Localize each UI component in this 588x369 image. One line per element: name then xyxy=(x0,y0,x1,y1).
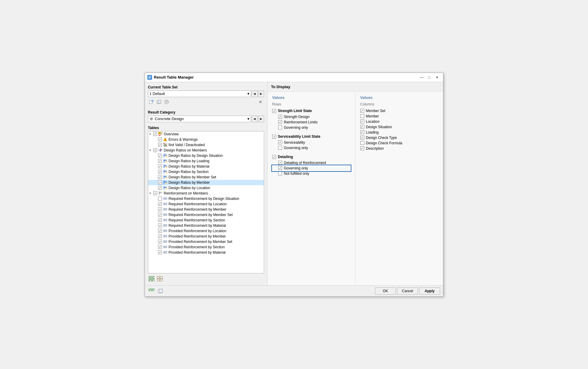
tree-item-checkbox[interactable] xyxy=(158,170,162,174)
copy-table-button[interactable] xyxy=(156,98,163,105)
column-checkbox[interactable] xyxy=(360,109,364,113)
check-item[interactable]: Governing only xyxy=(272,125,350,130)
section-title-row[interactable]: Strength Limit State xyxy=(272,108,350,114)
table-set-next-button[interactable]: ▶ xyxy=(258,91,264,97)
apply-button[interactable]: Apply xyxy=(419,287,440,295)
check-item-checkbox[interactable] xyxy=(278,161,282,165)
category-next-button[interactable]: ▶ xyxy=(258,116,264,122)
column-checkbox[interactable] xyxy=(360,136,364,140)
check-item-checkbox[interactable] xyxy=(278,140,282,144)
tree-item[interactable]: Required Reinforcement by Section xyxy=(148,218,264,223)
tree-item-checkbox[interactable] xyxy=(158,213,162,217)
tree-item[interactable]: Provided Reinforcement by Member xyxy=(148,234,264,239)
tree-item[interactable]: Provided Reinforcement by Member Set xyxy=(148,239,264,244)
column-check-item[interactable]: Member Set xyxy=(360,108,439,114)
tree-item[interactable]: Provided Reinforcement by Location xyxy=(148,228,264,234)
tree-item[interactable]: Design Ratios by Member Set xyxy=(148,174,264,180)
uncheck-all-button[interactable] xyxy=(156,275,163,282)
column-check-item[interactable]: Design Situation xyxy=(360,124,439,130)
result-category-dropdown[interactable]: Concrete Design ▾ xyxy=(148,116,251,122)
check-item-checkbox[interactable] xyxy=(278,166,282,170)
column-checkbox[interactable] xyxy=(360,146,364,150)
tree-item-checkbox[interactable] xyxy=(158,164,162,168)
tree-item-checkbox[interactable] xyxy=(158,159,162,163)
tree-item[interactable]: Provided Reinforcement by Material xyxy=(148,250,264,255)
tree-item-checkbox[interactable] xyxy=(153,191,157,195)
column-check-item[interactable]: Description xyxy=(360,146,439,151)
section-title-row[interactable]: Detailing xyxy=(272,154,350,160)
table-set-prev-button[interactable]: ◀ xyxy=(252,91,258,97)
tree-item[interactable]: Required Reinforcement by Location xyxy=(148,201,264,207)
category-prev-button[interactable]: ◀ xyxy=(252,116,258,122)
column-checkbox[interactable] xyxy=(360,120,364,123)
new-table-button[interactable]: ⊞ xyxy=(148,98,155,105)
column-checkbox[interactable] xyxy=(360,130,364,134)
tree-item-checkbox[interactable] xyxy=(158,143,162,147)
footer-check-button[interactable]: ✓✓ xyxy=(148,287,155,295)
check-item-checkbox[interactable] xyxy=(278,120,282,124)
column-check-item[interactable]: Loading xyxy=(360,130,439,135)
check-item[interactable]: Not fulfilled only xyxy=(272,171,350,176)
tree-item-checkbox[interactable] xyxy=(158,137,162,141)
tree-item[interactable]: Design Ratios by Section xyxy=(148,169,264,174)
tree-item-checkbox[interactable] xyxy=(158,202,162,206)
tree-item[interactable]: !Errors & Warnings xyxy=(148,137,264,142)
tree-item[interactable]: Required Reinforcement by Design Situati… xyxy=(148,196,264,201)
tree-item[interactable]: Design Ratios by Design Situation xyxy=(148,153,264,158)
check-item-checkbox[interactable] xyxy=(278,146,282,150)
check-item-checkbox[interactable] xyxy=(278,125,282,129)
tree-item-checkbox[interactable] xyxy=(158,229,162,233)
check-item[interactable]: Strength Design xyxy=(272,114,350,120)
column-check-item[interactable]: Member xyxy=(360,114,439,119)
cancel-button[interactable]: Cancel xyxy=(397,287,418,295)
tree-item-checkbox[interactable] xyxy=(158,240,162,244)
tree-item-checkbox[interactable] xyxy=(153,132,157,136)
tree-item[interactable]: Design Ratios by Member xyxy=(148,180,264,185)
tree-item[interactable]: Provided Reinforcement by Section xyxy=(148,244,264,250)
tree-item[interactable]: Design Ratios by Location xyxy=(148,185,264,191)
tree-item-checkbox[interactable] xyxy=(158,154,162,157)
tree-item-checkbox[interactable] xyxy=(153,148,157,152)
tree-item-checkbox[interactable] xyxy=(158,207,162,211)
check-item-checkbox[interactable] xyxy=(278,172,282,175)
tree-item-checkbox[interactable] xyxy=(158,223,162,227)
section-checkbox[interactable] xyxy=(272,109,276,113)
tree-item-checkbox[interactable] xyxy=(158,186,162,190)
check-item[interactable]: Reinforcement Limits xyxy=(272,120,350,125)
tree-item[interactable]: Required Reinforcement by Member xyxy=(148,207,264,212)
maximize-button[interactable]: □ xyxy=(426,75,433,80)
check-item[interactable]: Detailing of Reinforcement xyxy=(272,160,350,166)
table-set-dropdown[interactable]: 1 Default ▾ xyxy=(148,91,251,97)
tree-item-checkbox[interactable] xyxy=(158,180,162,184)
close-button[interactable]: ✕ xyxy=(434,75,441,80)
tree-item[interactable]: Design Ratios by Material xyxy=(148,164,264,169)
ok-button[interactable]: OK xyxy=(375,287,396,295)
edit-table-button[interactable] xyxy=(163,98,171,105)
tree-item[interactable]: ▾Overview xyxy=(148,131,264,137)
column-check-item[interactable]: Location xyxy=(360,119,439,124)
check-all-button[interactable]: ✓✓✓✓ xyxy=(148,275,155,282)
tree-item[interactable]: Design Ratios by Loading xyxy=(148,158,264,164)
section-checkbox[interactable] xyxy=(272,155,276,159)
tree-item[interactable]: Required Reinforcement by Member Set xyxy=(148,212,264,218)
tree-item[interactable]: Required Reinforcement by Material xyxy=(148,223,264,228)
column-checkbox[interactable] xyxy=(360,141,364,145)
delete-table-button[interactable]: ✕ xyxy=(257,98,264,105)
minimize-button[interactable]: — xyxy=(418,75,425,80)
tree-item-checkbox[interactable] xyxy=(158,175,162,179)
tree-item-checkbox[interactable] xyxy=(158,197,162,200)
footer-copy-button[interactable] xyxy=(157,287,164,295)
tree-item-checkbox[interactable] xyxy=(158,218,162,222)
check-item[interactable]: Governing only xyxy=(272,166,350,171)
tree-item[interactable]: ▾↗Design Ratios on Members xyxy=(148,148,264,153)
section-checkbox[interactable] xyxy=(272,135,276,139)
column-checkbox[interactable] xyxy=(360,114,364,118)
tree-item-checkbox[interactable] xyxy=(158,245,162,249)
check-item[interactable]: Governing only xyxy=(272,145,350,151)
column-check-item[interactable]: Design Check Formula xyxy=(360,140,439,146)
tree-item-checkbox[interactable] xyxy=(158,250,162,254)
tree-item[interactable]: Not Valid / Deactivated xyxy=(148,142,264,148)
tree-item[interactable]: ▾Reinforcement on Members xyxy=(148,191,264,196)
check-item-checkbox[interactable] xyxy=(278,115,282,119)
column-checkbox[interactable] xyxy=(360,125,364,129)
